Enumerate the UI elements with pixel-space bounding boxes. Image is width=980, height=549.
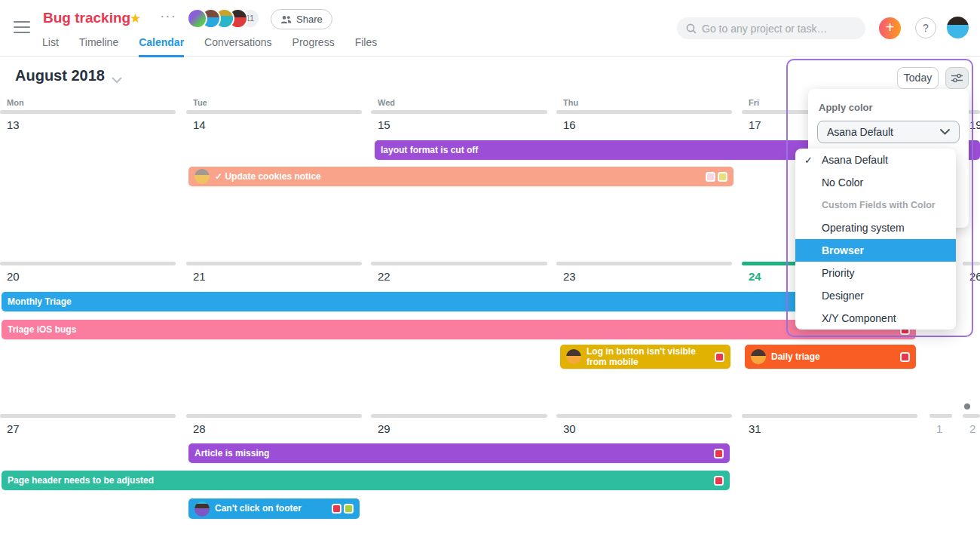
menu-item-label: Designer — [822, 290, 864, 302]
user-avatar[interactable] — [947, 17, 969, 38]
share-label: Share — [296, 14, 323, 25]
task-cant-click[interactable]: Can't click on footer — [188, 498, 360, 519]
sidebar-menu-icon[interactable] — [14, 21, 30, 33]
more-options-icon[interactable]: ··· — [160, 8, 176, 24]
task-login-button[interactable]: Log in button isn't visible from mobile — [560, 345, 730, 369]
tab-files[interactable]: Files — [355, 36, 378, 57]
date-number[interactable]: 23 — [563, 270, 576, 283]
menu-item-no-color[interactable]: No Color — [795, 171, 956, 194]
day-divider — [929, 414, 952, 418]
people-icon — [280, 15, 292, 24]
date-number[interactable]: 21 — [193, 270, 206, 283]
search-bar[interactable] — [677, 17, 865, 39]
custom-field-chip — [714, 476, 724, 486]
menu-item-label: Asana Default — [822, 154, 888, 166]
task-label: Triage iOS bugs — [8, 324, 895, 335]
today-button[interactable]: Today — [897, 67, 939, 89]
day-divider — [963, 414, 980, 418]
date-number[interactable]: 28 — [193, 422, 206, 435]
apply-color-label: Apply color — [819, 102, 873, 113]
task-triage-ios[interactable]: Triage iOS bugs — [2, 320, 916, 339]
day-divider — [371, 110, 547, 114]
date-number[interactable]: 27 — [7, 422, 20, 435]
search-input[interactable] — [702, 23, 853, 35]
date-number[interactable]: 13 — [7, 118, 20, 131]
chevron-down-icon — [940, 129, 950, 135]
task-update-cookies[interactable]: ✓ Update cookies notice — [188, 167, 733, 186]
menu-item-label: Operating system — [822, 222, 905, 234]
assignee-avatar — [751, 349, 766, 364]
date-number[interactable]: 26 — [969, 270, 980, 283]
date-number[interactable]: 20 — [7, 270, 20, 283]
task-daily-triage[interactable]: Daily triage — [745, 345, 916, 369]
tab-timeline[interactable]: Timeline — [79, 36, 118, 57]
menu-item-label: X/Y Component — [822, 312, 896, 324]
chevron-down-icon[interactable] — [112, 73, 122, 87]
custom-field-chip — [714, 449, 724, 459]
task-label: Page header needs to be adjusted — [8, 475, 709, 486]
color-select[interactable]: Asana Default — [817, 121, 960, 143]
date-number[interactable]: 1 — [936, 422, 942, 435]
menu-item-label: Browser — [822, 244, 864, 256]
tab-list[interactable]: List — [42, 36, 59, 57]
task-label: Can't click on footer — [215, 503, 326, 514]
day-divider — [186, 414, 362, 418]
date-number[interactable]: 17 — [749, 118, 761, 131]
day-divider — [556, 110, 732, 114]
help-button[interactable]: ? — [915, 17, 936, 38]
date-number[interactable]: 14 — [193, 118, 206, 131]
task-page-header[interactable]: Page header needs to be adjusted — [2, 471, 730, 490]
assignee-avatar — [194, 501, 210, 517]
task-monthly-triage[interactable]: Monthly Triage — [2, 292, 914, 311]
day-divider — [186, 262, 362, 265]
view-options-button[interactable] — [945, 67, 969, 89]
date-number[interactable]: 30 — [563, 422, 576, 435]
weekday-label: Tue — [193, 98, 207, 107]
project-title: Bug tracking — [43, 10, 130, 26]
share-button[interactable]: Share — [271, 9, 332, 29]
date-number[interactable]: 24 — [749, 270, 761, 283]
sliders-icon — [951, 73, 963, 83]
custom-field-chip — [344, 504, 354, 514]
day-divider — [371, 414, 547, 418]
task-label: Log in button isn't visible from mobile — [586, 346, 709, 368]
date-number[interactable]: 31 — [749, 422, 761, 435]
date-number[interactable]: 16 — [563, 118, 576, 131]
custom-field-chip — [900, 352, 910, 362]
menu-item-browser[interactable]: Browser — [795, 239, 956, 262]
menu-item-designer[interactable]: Designer — [795, 284, 956, 307]
color-select-value: Asana Default — [827, 126, 893, 138]
date-number[interactable]: 22 — [378, 270, 390, 283]
assignee-avatar — [194, 169, 210, 184]
menu-item-asana-default[interactable]: ✓Asana Default — [795, 149, 956, 171]
date-number[interactable]: 15 — [378, 118, 390, 131]
task-label: Article is missing — [194, 448, 709, 459]
menu-item-x-y-component[interactable]: X/Y Component — [795, 307, 956, 330]
date-number[interactable]: 2 — [969, 422, 975, 435]
scrollbar-dot[interactable] — [964, 403, 970, 409]
weekday-label: Wed — [378, 98, 395, 107]
favorite-star-icon[interactable]: ★ — [130, 11, 141, 26]
weekday-label: Fri — [749, 98, 759, 107]
day-divider — [556, 262, 732, 265]
menu-item-operating-system[interactable]: Operating system — [795, 216, 956, 239]
tab-conversations[interactable]: Conversations — [204, 36, 272, 57]
custom-field-chip — [718, 172, 727, 182]
day-divider — [742, 414, 917, 418]
task-article-missing[interactable]: Article is missing — [188, 443, 730, 463]
day-divider — [371, 262, 547, 265]
date-number[interactable]: 29 — [378, 422, 390, 435]
avatar[interactable] — [187, 8, 207, 29]
tab-calendar[interactable]: Calendar — [139, 36, 184, 57]
custom-field-chip — [332, 504, 341, 514]
project-tabs: ListTimelineCalendarConversationsProgres… — [42, 36, 377, 57]
weekday-label: Thu — [563, 98, 578, 107]
date-number[interactable]: 19 — [969, 118, 980, 131]
custom-field-chip — [706, 172, 715, 182]
menu-item-priority[interactable]: Priority — [795, 262, 956, 284]
day-divider — [0, 414, 176, 418]
check-icon: ✓ — [804, 155, 813, 166]
task-label: Monthly Triage — [8, 296, 908, 307]
create-button[interactable]: + — [879, 17, 901, 39]
tab-progress[interactable]: Progress — [292, 36, 335, 57]
